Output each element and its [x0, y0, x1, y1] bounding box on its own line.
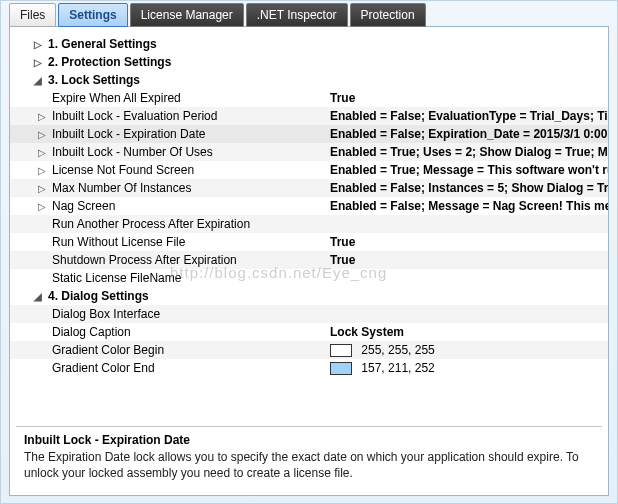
- expand-icon[interactable]: ▷: [32, 39, 44, 50]
- section-dialog[interactable]: ◢ 4. Dialog Settings: [10, 287, 608, 305]
- prop-dialog-interface[interactable]: Dialog Box Interface: [10, 305, 608, 323]
- collapse-icon[interactable]: ◢: [32, 75, 44, 86]
- tab-files[interactable]: Files: [9, 3, 56, 27]
- expand-icon[interactable]: ▷: [36, 129, 48, 140]
- prop-inbuilt-eval[interactable]: ▷ Inbuilt Lock - Evaluation Period Enabl…: [10, 107, 608, 125]
- prop-value[interactable]: Lock System: [330, 325, 608, 339]
- prop-label: Run Another Process After Expiration: [50, 217, 330, 231]
- prop-value[interactable]: 255, 255, 255: [330, 343, 608, 357]
- prop-label: Gradient Color Begin: [50, 343, 330, 357]
- expand-icon[interactable]: ▷: [36, 165, 48, 176]
- collapse-icon[interactable]: ◢: [32, 291, 44, 302]
- prop-gradient-begin[interactable]: Gradient Color Begin 255, 255, 255: [10, 341, 608, 359]
- prop-label: Max Number Of Instances: [50, 181, 330, 195]
- prop-label: Inbuilt Lock - Evaluation Period: [50, 109, 330, 123]
- color-swatch: [330, 344, 352, 357]
- prop-value[interactable]: Enabled = False; Expiration_Date = 2015/…: [330, 127, 608, 141]
- prop-label: License Not Found Screen: [50, 163, 330, 177]
- expand-icon[interactable]: ▷: [36, 201, 48, 212]
- prop-value[interactable]: True: [330, 253, 608, 267]
- prop-label: Expire When All Expired: [50, 91, 330, 105]
- expand-icon[interactable]: ▷: [32, 57, 44, 68]
- prop-value[interactable]: True: [330, 235, 608, 249]
- expand-icon[interactable]: ▷: [36, 111, 48, 122]
- prop-label: Dialog Caption: [50, 325, 330, 339]
- app-window: Files Settings License Manager .NET Insp…: [0, 0, 618, 504]
- property-grid: ▷ 1. General Settings ▷ 2. Protection Se…: [10, 27, 608, 420]
- tab-license-manager[interactable]: License Manager: [130, 3, 244, 27]
- expand-icon[interactable]: ▷: [36, 183, 48, 194]
- prop-value[interactable]: Enabled = False; Instances = 5; Show Dia…: [330, 181, 608, 195]
- tab-bar: Files Settings License Manager .NET Insp…: [1, 1, 617, 26]
- prop-nag-screen[interactable]: ▷ Nag Screen Enabled = False; Message = …: [10, 197, 608, 215]
- tab-protection[interactable]: Protection: [350, 3, 426, 27]
- description-title: Inbuilt Lock - Expiration Date: [24, 433, 594, 447]
- prop-inbuilt-uses[interactable]: ▷ Inbuilt Lock - Number Of Uses Enabled …: [10, 143, 608, 161]
- prop-value[interactable]: Enabled = True; Uses = 2; Show Dialog = …: [330, 145, 608, 159]
- prop-value[interactable]: Enabled = False; EvaluationType = Trial_…: [330, 109, 608, 123]
- section-protection[interactable]: ▷ 2. Protection Settings: [10, 53, 608, 71]
- prop-shutdown-after[interactable]: Shutdown Process After Expiration True: [10, 251, 608, 269]
- prop-license-not-found[interactable]: ▷ License Not Found Screen Enabled = Tru…: [10, 161, 608, 179]
- tab-settings[interactable]: Settings: [58, 3, 127, 27]
- prop-label: Gradient Color End: [50, 361, 330, 375]
- prop-dialog-caption[interactable]: Dialog Caption Lock System: [10, 323, 608, 341]
- prop-label: Nag Screen: [50, 199, 330, 213]
- prop-label: Inbuilt Lock - Number Of Uses: [50, 145, 330, 159]
- prop-label: Static License FileName: [50, 271, 330, 285]
- prop-run-without-license[interactable]: Run Without License File True: [10, 233, 608, 251]
- prop-max-instances[interactable]: ▷ Max Number Of Instances Enabled = Fals…: [10, 179, 608, 197]
- color-text: 255, 255, 255: [361, 343, 434, 357]
- prop-value[interactable]: True: [330, 91, 608, 105]
- expand-icon[interactable]: ▷: [36, 147, 48, 158]
- tab-net-inspector[interactable]: .NET Inspector: [246, 3, 348, 27]
- settings-panel: ▷ 1. General Settings ▷ 2. Protection Se…: [9, 26, 609, 496]
- prop-inbuilt-expdate[interactable]: ▷ Inbuilt Lock - Expiration Date Enabled…: [10, 125, 608, 143]
- prop-run-another[interactable]: Run Another Process After Expiration: [10, 215, 608, 233]
- color-swatch: [330, 362, 352, 375]
- description-body: The Expiration Date lock allows you to s…: [24, 449, 594, 481]
- prop-value[interactable]: Enabled = False; Message = Nag Screen! T…: [330, 199, 608, 213]
- prop-static-license[interactable]: Static License FileName: [10, 269, 608, 287]
- prop-gradient-end[interactable]: Gradient Color End 157, 211, 252: [10, 359, 608, 377]
- prop-label: Shutdown Process After Expiration: [50, 253, 330, 267]
- section-label: 1. General Settings: [46, 37, 326, 51]
- prop-value[interactable]: Enabled = True; Message = This software …: [330, 163, 608, 177]
- prop-label: Run Without License File: [50, 235, 330, 249]
- prop-label: Dialog Box Interface: [50, 307, 330, 321]
- description-panel: Inbuilt Lock - Expiration Date The Expir…: [16, 426, 602, 489]
- section-lock[interactable]: ◢ 3. Lock Settings: [10, 71, 608, 89]
- prop-value[interactable]: 157, 211, 252: [330, 361, 608, 375]
- prop-label: Inbuilt Lock - Expiration Date: [50, 127, 330, 141]
- section-label: 3. Lock Settings: [46, 73, 326, 87]
- section-general[interactable]: ▷ 1. General Settings: [10, 35, 608, 53]
- prop-expire-when-all-expired[interactable]: Expire When All Expired True: [10, 89, 608, 107]
- section-label: 2. Protection Settings: [46, 55, 326, 69]
- section-label: 4. Dialog Settings: [46, 289, 326, 303]
- color-text: 157, 211, 252: [361, 361, 434, 375]
